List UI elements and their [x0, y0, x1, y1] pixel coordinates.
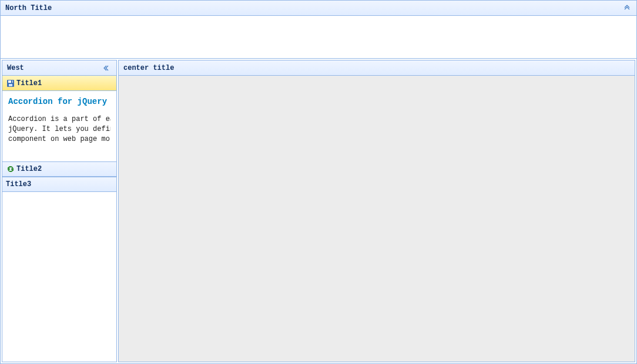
center-body: [119, 76, 635, 362]
accordion-content-line3: component on web page more easily.: [8, 134, 110, 144]
collapse-left-icon[interactable]: [102, 63, 112, 73]
north-title: North Title: [5, 4, 52, 12]
accordion-content-line2: jQuery. It lets you define your accordio…: [8, 124, 110, 134]
west-header: West: [2, 60, 116, 76]
north-header: North Title: [1, 1, 636, 16]
save-icon: [6, 79, 15, 88]
accordion-title2-label: Title2: [16, 165, 42, 173]
accordion-header-title1[interactable]: Title1: [2, 76, 116, 91]
accordion-body-title1: Accordion for jQuery Accordion is a part…: [2, 91, 116, 161]
center-title: center title: [123, 64, 174, 72]
accordion-content-heading: Accordion for jQuery: [8, 97, 110, 106]
mid-row: West: [1, 59, 636, 363]
north-panel: North Title: [1, 1, 636, 59]
west-title: West: [7, 64, 24, 72]
west-panel: West: [2, 60, 117, 362]
reload-icon: [6, 164, 15, 174]
collapse-up-icon[interactable]: [622, 4, 632, 13]
center-header: center title: [119, 60, 635, 76]
north-body: [1, 16, 636, 58]
accordion-header-title2[interactable]: Title2: [2, 161, 116, 177]
west-body: Title1 Accordion for jQuery Accordion is…: [2, 76, 116, 362]
accordion-title1-label: Title1: [16, 79, 42, 87]
accordion-title3-label: Title3: [6, 180, 31, 188]
accordion-header-title3[interactable]: Title3: [2, 177, 116, 192]
svg-rect-2: [9, 84, 12, 86]
svg-rect-3: [11, 80, 12, 83]
center-panel: center title: [118, 60, 635, 362]
layout: North Title West: [0, 0, 637, 364]
accordion-content-line1: Accordion is a part of easyui framework …: [8, 114, 110, 124]
